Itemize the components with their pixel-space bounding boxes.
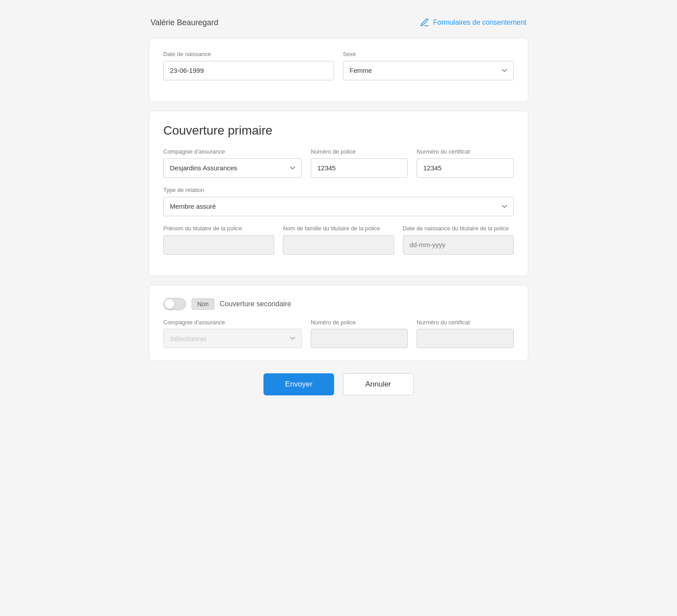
policy-number-input[interactable] xyxy=(311,158,408,178)
secondary-insurance-label: Compagnie d'assurance xyxy=(163,319,302,327)
holder-lastname-input[interactable] xyxy=(283,235,394,255)
cert-number-label: Nurméro du certificat xyxy=(417,148,514,156)
secondary-coverage-card: Non Couverture secondaire Compagnie d'as… xyxy=(149,285,528,361)
relation-select[interactable]: Membre assuré Conjoint Enfant xyxy=(163,197,514,216)
primary-coverage-card: Couverture primaire Compagnie d'assuranc… xyxy=(149,111,528,276)
consent-icon xyxy=(420,18,429,27)
secondary-toggle-wrapper[interactable] xyxy=(163,298,186,310)
insurance-label: Compagnie d'assurance xyxy=(163,148,302,156)
holder-dob-input[interactable] xyxy=(403,235,514,255)
secondary-insurance-select[interactable]: Sélectionner xyxy=(163,329,302,348)
toggle-track[interactable] xyxy=(163,298,186,310)
insurance-select[interactable]: Desjardins Assurances Beneva Sun Life Cr… xyxy=(163,158,302,178)
send-button[interactable]: Envoyer xyxy=(263,373,334,395)
secondary-coverage-section-label: Couverture secondaire xyxy=(220,300,291,308)
secondary-toggle-label[interactable] xyxy=(163,298,186,310)
birth-card: Date de naissance Sexe Femme Homme Autre xyxy=(149,38,528,102)
sex-label: Sexe xyxy=(343,51,514,58)
secondary-cert-number-input[interactable] xyxy=(417,329,514,348)
consent-link-label: Formulaires de consentement xyxy=(433,19,527,26)
policy-number-label: Numéro de police xyxy=(311,148,408,156)
footer-actions: Envoyer Annuler xyxy=(149,373,528,413)
patient-name: Valérie Beauregard xyxy=(150,18,218,27)
holder-dob-label: Date de naissance du titulaire de la pol… xyxy=(403,225,514,233)
secondary-policy-number-input[interactable] xyxy=(311,329,408,348)
cancel-button[interactable]: Annuler xyxy=(343,373,414,395)
cert-number-input[interactable] xyxy=(417,158,514,178)
toggle-non-badge: Non xyxy=(192,298,214,310)
secondary-cert-number-label: Nurméro du certificat xyxy=(417,319,514,327)
consent-link[interactable]: Formulaires de consentement xyxy=(420,18,527,27)
holder-firstname-label: Prénom du titulaire de la police xyxy=(163,225,274,233)
sex-select[interactable]: Femme Homme Autre xyxy=(343,61,514,80)
birth-date-label: Date de naissance xyxy=(163,51,334,58)
secondary-policy-number-label: Numéro de police xyxy=(311,319,408,327)
relation-label: Type de relation xyxy=(163,187,514,194)
toggle-thumb xyxy=(165,299,174,309)
birth-date-input[interactable] xyxy=(163,61,334,80)
holder-firstname-input[interactable] xyxy=(163,235,274,255)
holder-lastname-label: Nom de famille du titulaire de la police xyxy=(283,225,394,233)
primary-coverage-title: Couverture primaire xyxy=(163,124,514,138)
